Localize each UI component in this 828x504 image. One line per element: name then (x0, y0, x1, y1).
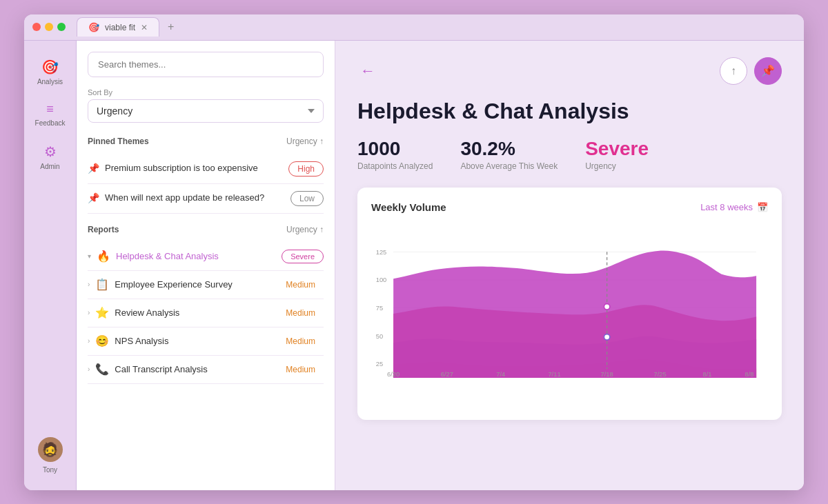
svg-point-12 (604, 334, 609, 339)
pinned-sort[interactable]: Urgency ↑ (286, 137, 324, 146)
main-view: ← ↑ 📌 Helpdesk & Chat Analysis 1000 Data… (335, 41, 804, 490)
sort-select[interactable]: Urgency Alphabetical Recent (88, 99, 324, 123)
badge-medium-3: Medium (277, 306, 324, 320)
chevron-right-icon-2: › (88, 281, 90, 288)
svg-text:6/27: 6/27 (441, 371, 453, 378)
helpdesk-icon: 🔥 (97, 250, 110, 263)
svg-text:7/25: 7/25 (654, 371, 667, 378)
topbar: ← ↑ 📌 (357, 57, 782, 85)
report-item-5[interactable]: › 📞 Call Transcript Analysis Medium (88, 356, 324, 384)
report-item-2[interactable]: › 📋 Employee Experience Survey Medium (88, 271, 324, 299)
tab-icon: 🎯 (88, 22, 99, 32)
reports-section: Reports Urgency ↑ ▾ 🔥 Helpdesk & Chat An… (88, 225, 324, 384)
analysis-icon: 🎯 (41, 59, 59, 75)
badge-severe-1: Severe (282, 250, 324, 263)
chart-card: Weekly Volume Last 8 weeks 📅 125 100 75 … (357, 188, 782, 420)
svg-text:8/1: 8/1 (703, 371, 712, 378)
traffic-lights (32, 23, 66, 31)
stat-above-avg: 30.2% Above Average This Week (460, 138, 558, 171)
report-text-5: Call Transcript Analysis (115, 364, 207, 374)
maximize-button[interactable] (57, 23, 66, 31)
chevron-right-icon-5: › (88, 365, 90, 373)
stat-label-datapoints: Datapoints Analyzed (357, 161, 433, 171)
pin-icon-2: 📌 (88, 192, 99, 203)
minimize-button[interactable] (45, 23, 53, 31)
pinned-item-1[interactable]: 📌 Premium subscription is too expensive … (88, 154, 324, 184)
badge-medium-5: Medium (277, 363, 324, 376)
svg-text:7/18: 7/18 (601, 371, 613, 378)
stats-row: 1000 Datapoints Analyzed 30.2% Above Ave… (357, 138, 782, 171)
pin-button[interactable]: 📌 (754, 57, 782, 85)
share-button[interactable]: ↑ (720, 57, 747, 85)
svg-text:8/8: 8/8 (745, 371, 753, 378)
sidebar: 🎯 Analysis ≡ Feedback ⚙ Admin 🧔 Tony (24, 41, 77, 490)
new-tab-button[interactable]: + (168, 21, 174, 33)
badge-medium-2: Medium (277, 278, 324, 292)
sidebar-item-admin[interactable]: ⚙ Admin (28, 137, 72, 177)
sort-label: Sort By (88, 88, 324, 97)
report-text-3: Review Analysis (115, 308, 179, 318)
admin-icon: ⚙ (44, 143, 57, 160)
svg-text:100: 100 (376, 276, 387, 283)
nps-icon: 😊 (95, 334, 109, 347)
pinned-title: Pinned Themes (88, 137, 149, 146)
pinned-item-text-1: Premium subscription is too expensive (105, 162, 258, 174)
left-panel: Sort By Urgency Alphabetical Recent Pinn… (77, 41, 335, 490)
stat-value-datapoints: 1000 (357, 138, 433, 160)
pushpin-icon: 📌 (761, 64, 775, 77)
chart-area: 125 100 75 50 25 (371, 224, 768, 406)
report-text-2: Employee Experience Survey (115, 279, 233, 290)
pin-icon-1: 📌 (88, 163, 99, 174)
app-window: 🎯 viable fit ✕ + 🎯 Analysis ≡ Feedback ⚙… (24, 14, 804, 490)
report-item-1[interactable]: ▾ 🔥 Helpdesk & Chat Analysis Severe (88, 243, 324, 271)
main-content: 🎯 Analysis ≡ Feedback ⚙ Admin 🧔 Tony (24, 41, 804, 490)
sidebar-label-feedback: Feedback (35, 119, 66, 127)
browser-tab[interactable]: 🎯 viable fit ✕ (77, 17, 159, 37)
chart-title: Weekly Volume (371, 201, 446, 213)
search-input[interactable] (88, 52, 324, 77)
back-button[interactable]: ← (357, 59, 378, 83)
svg-text:7/4: 7/4 (496, 371, 505, 378)
svg-text:75: 75 (376, 304, 383, 311)
chevron-right-icon-4: › (88, 337, 90, 345)
avatar-name: Tony (43, 466, 57, 474)
titlebar: 🎯 viable fit ✕ + (24, 14, 804, 41)
tab-close-icon[interactable]: ✕ (141, 23, 148, 32)
pinned-item-text-2: When will next app update be released? (105, 192, 264, 204)
svg-text:125: 125 (376, 248, 387, 255)
pinned-item-2[interactable]: 📌 When will next app update be released?… (88, 184, 324, 214)
svg-text:25: 25 (376, 361, 383, 367)
page-title: Helpdesk & Chat Analysis (357, 99, 782, 124)
close-button[interactable] (32, 23, 41, 31)
share-icon: ↑ (731, 65, 736, 77)
sidebar-item-feedback[interactable]: ≡ Feedback (28, 95, 72, 134)
stat-urgency: Severe Urgency (585, 138, 649, 171)
topbar-actions: ↑ 📌 (720, 57, 782, 85)
stat-label-above-avg: Above Average This Week (460, 161, 558, 171)
stat-label-urgency: Urgency (585, 161, 649, 171)
sidebar-item-analysis[interactable]: 🎯 Analysis (28, 52, 72, 92)
avatar[interactable]: 🧔 (38, 437, 63, 462)
report-item-3[interactable]: › ⭐ Review Analysis Medium (88, 299, 324, 327)
call-icon: 📞 (95, 363, 109, 376)
report-item-4[interactable]: › 😊 NPS Analysis Medium (88, 327, 324, 356)
reports-sort[interactable]: Urgency ↑ (286, 225, 324, 234)
stat-datapoints: 1000 Datapoints Analyzed (357, 138, 433, 171)
report-text-4: NPS Analysis (115, 336, 168, 346)
chart-range[interactable]: Last 8 weeks 📅 (700, 202, 768, 212)
calendar-icon: 📅 (757, 202, 768, 212)
svg-text:50: 50 (376, 332, 383, 339)
reports-section-header: Reports Urgency ↑ (88, 225, 324, 234)
review-icon: ⭐ (95, 306, 109, 319)
badge-low-2: Low (290, 191, 324, 206)
stat-value-above-avg: 30.2% (460, 138, 558, 160)
sidebar-label-analysis: Analysis (37, 78, 63, 85)
stat-value-urgency: Severe (585, 138, 649, 160)
chart-range-label: Last 8 weeks (700, 202, 753, 212)
svg-text:6/20: 6/20 (387, 371, 400, 378)
badge-medium-4: Medium (277, 334, 324, 348)
badge-high-1: High (288, 161, 324, 177)
chevron-down-icon-1: ▾ (88, 252, 91, 260)
sidebar-label-admin: Admin (40, 163, 59, 170)
svg-text:7/11: 7/11 (548, 371, 560, 378)
